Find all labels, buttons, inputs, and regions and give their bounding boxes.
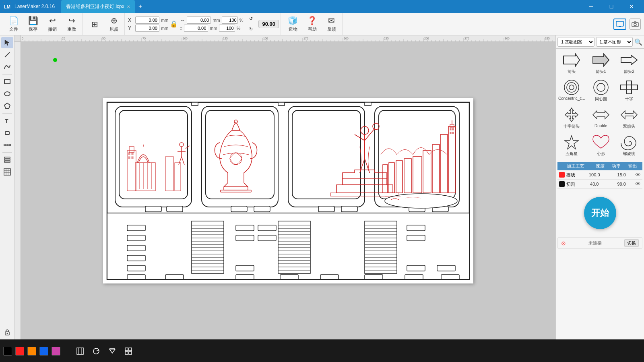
lock-tool[interactable] [1, 327, 13, 338]
rotate-cw-button[interactable]: ↻ [245, 25, 257, 34]
shape-double-arrow[interactable]: Double [588, 105, 614, 131]
undo-button[interactable]: ↩ 撤销 [43, 15, 61, 33]
svg-marker-357 [621, 111, 637, 119]
width-input[interactable] [187, 17, 211, 24]
color-pink[interactable] [52, 347, 60, 356]
create-button[interactable]: 🧊 造物 [284, 15, 302, 33]
titlebar: LM LaserMaker 2.0.16 香港维多利亚港小夜灯.lcpx ✕ +… [0, 0, 644, 13]
shape-concentric[interactable]: Concentric_c... [557, 78, 586, 103]
shape-selector: 1.基础图案 1.基本图形 🔍 [556, 35, 644, 49]
origin-button[interactable]: ⊕ 原点 [105, 15, 123, 33]
lock-proportions[interactable]: 🔒 [170, 20, 178, 28]
svg-rect-229 [132, 157, 133, 159]
svg-text:225: 225 [384, 37, 389, 40]
svg-text:100: 100 [183, 37, 188, 40]
color-orange[interactable] [27, 347, 36, 356]
close-button[interactable]: ✕ [622, 0, 641, 13]
sidebar-divider3 [2, 152, 12, 153]
polygon-tool[interactable] [1, 100, 13, 112]
color-blue[interactable] [39, 347, 48, 356]
shape-star[interactable]: 五角星 [557, 132, 586, 158]
shape-arrow-filled1[interactable]: 箭头1 [588, 50, 614, 76]
shape-circles[interactable]: 同心圆 [588, 78, 614, 103]
svg-text:50: 50 [102, 37, 105, 40]
shape-double-arrow2[interactable]: 双箭头 [616, 105, 642, 131]
shape-cross-arrow[interactable]: 十字箭头 [557, 105, 586, 131]
shape-spiral[interactable]: 螺旋线 [616, 132, 642, 158]
category-dropdown[interactable]: 1.基础图案 [557, 37, 594, 47]
trace-visible[interactable]: 👁 [635, 172, 641, 178]
svg-rect-220 [318, 206, 334, 212]
shape-heart[interactable]: 心形 [588, 132, 614, 158]
grid-button[interactable]: ⊞ [86, 15, 103, 33]
x-input[interactable] [135, 17, 159, 24]
grid-layout-button[interactable] [122, 345, 135, 358]
design-canvas[interactable] [103, 98, 473, 283]
file-button[interactable]: 📄 文件 [5, 15, 23, 33]
color-black[interactable] [3, 347, 12, 356]
width-pct[interactable] [222, 17, 238, 24]
layers-tool[interactable] [1, 154, 13, 165]
svg-marker-355 [565, 108, 578, 122]
svg-rect-228 [128, 157, 130, 159]
shape-arrow2[interactable]: 箭头2 [616, 50, 642, 76]
h-mm: mm [210, 26, 217, 31]
shape-arrow-right[interactable]: 前头 [557, 50, 586, 76]
flip-button[interactable] [106, 345, 119, 358]
select-mode-button[interactable] [74, 345, 87, 358]
canvas-content[interactable] [21, 42, 555, 339]
rotate-ccw-button[interactable]: ↺ [245, 14, 257, 24]
search-icon[interactable]: 🔍 [634, 38, 642, 46]
trace-speed: 100.0 [581, 172, 608, 177]
y-input[interactable] [135, 25, 159, 32]
svg-rect-221 [341, 206, 357, 212]
height-input[interactable] [184, 25, 208, 32]
text-tool[interactable]: T [1, 115, 13, 126]
svg-text:250: 250 [424, 37, 429, 40]
eraser-tool[interactable] [1, 127, 13, 139]
feedback-button[interactable]: ✉ 反馈 [323, 15, 341, 33]
curve-tool[interactable] [1, 61, 13, 72]
start-button[interactable]: 开始 [584, 197, 616, 229]
window-controls: ─ □ ✕ [582, 0, 641, 13]
file-label: 文件 [9, 26, 18, 32]
rect-tool[interactable] [1, 76, 13, 87]
type-dropdown[interactable]: 1.基本图形 [596, 37, 633, 47]
save-button[interactable]: 💾 保存 [24, 15, 42, 33]
svg-point-350 [569, 85, 574, 90]
shape-arrow1-label: 箭头1 [596, 69, 606, 74]
shape-cross[interactable]: 十字 [616, 78, 642, 103]
tab-close[interactable]: ✕ [127, 4, 130, 9]
height-pct[interactable] [219, 25, 235, 32]
maximize-button[interactable]: □ [602, 0, 621, 13]
canvas-area[interactable]: 0255075100125150175200225250275300325350… [14, 35, 555, 339]
tab-active[interactable]: 香港维多利亚港小夜灯.lcpx ✕ [61, 0, 135, 13]
redo-icon: ↪ [68, 16, 75, 25]
svg-text:325: 325 [545, 37, 550, 40]
svg-rect-213 [192, 102, 198, 105]
color-red[interactable] [15, 347, 24, 356]
switch-button[interactable]: 切换 [624, 239, 639, 247]
tab-add[interactable]: + [136, 0, 145, 13]
svg-text:275: 275 [464, 37, 469, 40]
app-icon: LM [3, 2, 11, 10]
cut-visible[interactable]: 👁 [635, 181, 641, 187]
grid-origin-group: ⊞ ⊕ 原点 [84, 13, 125, 35]
svg-text:125: 125 [223, 37, 228, 40]
line-tool[interactable] [1, 49, 13, 60]
camera-icon[interactable] [630, 19, 641, 30]
feedback-label: 反馈 [327, 26, 336, 32]
shape-double-arrow2-label: 双箭头 [623, 124, 635, 129]
ellipse-tool[interactable] [1, 88, 13, 99]
anchor-point [53, 58, 57, 62]
angle-display[interactable]: 90.00 [258, 20, 279, 28]
rotate-mode-button[interactable] [90, 345, 103, 358]
redo-button[interactable]: ↪ 重做 [63, 15, 80, 33]
grid-view-tool[interactable] [1, 166, 13, 178]
help-button[interactable]: ❓ 帮助 [303, 15, 321, 33]
screen-icon[interactable] [613, 19, 626, 30]
measure-tool[interactable] [1, 139, 13, 151]
select-tool[interactable] [1, 37, 13, 48]
process-row-cut: 切割 40.0 99.0 👁 [557, 180, 642, 189]
minimize-button[interactable]: ─ [582, 0, 601, 13]
